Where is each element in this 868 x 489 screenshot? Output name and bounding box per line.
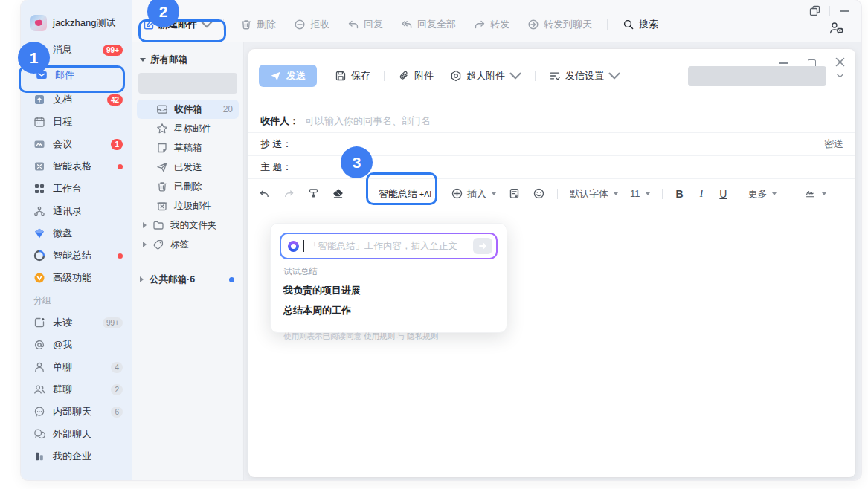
suggestion-item[interactable]: 总结本周的工作 [283, 304, 494, 317]
sidebar-item-external-chat[interactable]: 外部聊天 [21, 423, 132, 445]
ai-disclaimer: 使用则表示已阅读同意 使用规则 与 隐私规则 [283, 331, 494, 342]
delete-button[interactable]: 删除 [240, 18, 276, 31]
bcc-toggle[interactable]: 密送 [824, 137, 843, 151]
plus-circle-icon [451, 187, 463, 200]
font-size-select[interactable]: 11 [630, 188, 650, 199]
smart-summary-button[interactable]: 智能总结 +AI [374, 187, 436, 201]
folder-drafts[interactable]: 草稿箱 [132, 138, 243, 158]
more-menu[interactable]: 更多 [748, 187, 777, 201]
sidebar-item-direct-chat[interactable]: 单聊 4 [21, 356, 132, 378]
italic-button[interactable]: I [700, 188, 704, 200]
sidebar-item-smart-table[interactable]: 智能表格 [21, 155, 132, 178]
forward-button[interactable]: 转发 [474, 18, 509, 31]
search-button[interactable]: 搜索 [623, 18, 658, 31]
folder-public-mailboxes[interactable]: 公共邮箱·6 [132, 270, 243, 289]
workbench-icon [33, 183, 45, 195]
sent-icon [156, 161, 168, 173]
format-painter-button[interactable] [307, 187, 320, 200]
divider [535, 71, 536, 81]
sidebar-item-drive[interactable]: 微盘 [21, 222, 132, 244]
app-window: jackzhang测试 消息 99+ 邮件 文档 42 [21, 0, 861, 480]
reply-icon [347, 19, 359, 30]
trash-icon [156, 181, 168, 192]
folder-my-folders[interactable]: 我的文件夹 [132, 216, 243, 235]
font-family-select[interactable]: 默认字体 [570, 187, 618, 201]
divider [223, 19, 224, 30]
usage-rules-link[interactable]: 使用规则 [364, 331, 395, 340]
sidebar-item-smart-summary[interactable]: 智能总结 [21, 244, 132, 267]
sidebar-item-docs[interactable]: 文档 42 [21, 88, 132, 111]
folder-inbox[interactable]: 收件箱 20 [137, 100, 239, 119]
sidebar-item-calendar[interactable]: 日程 [21, 111, 132, 133]
block-icon [294, 19, 306, 30]
cc-field[interactable]: 抄 送： 密送 [248, 133, 855, 156]
insert-template-button[interactable] [508, 187, 521, 200]
underline-button[interactable]: U [719, 188, 727, 200]
compose-window: 发送 保存 附件 超大附件 发 [248, 49, 855, 477]
forward-chat-icon [527, 19, 539, 30]
ai-submit-button[interactable] [473, 238, 492, 254]
dropdown-triangle-icon [646, 192, 650, 195]
contact-card-button[interactable] [829, 21, 843, 35]
dropdown-triangle-icon [772, 192, 777, 195]
eraser-button[interactable] [332, 187, 344, 200]
from-account-selector[interactable] [688, 66, 826, 86]
minimize-icon[interactable] [839, 5, 850, 16]
forward-to-chat-button[interactable]: 转发到聊天 [527, 18, 592, 31]
docs-badge: 42 [107, 94, 123, 106]
to-input[interactable]: 可以输入你的同事名、部门名 [305, 114, 843, 128]
to-field[interactable]: 收件人： 可以输入你的同事名、部门名 [248, 110, 855, 133]
reply-button[interactable]: 回复 [347, 18, 383, 31]
signature-menu[interactable] [805, 187, 826, 200]
sidebar-item-meeting[interactable]: 会议 1 [21, 133, 132, 155]
meeting-icon [33, 138, 45, 150]
sidebar-item-unread[interactable]: 未读 99+ [21, 311, 132, 334]
subject-field[interactable]: 主 题： [248, 156, 855, 179]
folder-deleted[interactable]: 已删除 [132, 177, 243, 196]
reply-all-button[interactable]: 回复全部 [401, 18, 456, 31]
search-icon [623, 19, 634, 30]
privacy-rules-link[interactable]: 隐私规则 [407, 331, 438, 340]
compose-fields: 收件人： 可以输入你的同事名、部门名 抄 送： 密送 主 题： [248, 110, 855, 179]
red-dot-badge [118, 253, 123, 259]
emoji-button[interactable] [533, 187, 545, 200]
advanced-features-icon [33, 272, 45, 284]
sidebar-item-workbench[interactable]: 工作台 [21, 178, 132, 200]
all-mailboxes-header[interactable]: 所有邮箱 [132, 42, 243, 71]
sidebar-item-mentions[interactable]: @我 [21, 334, 132, 356]
bold-button[interactable]: B [676, 188, 684, 200]
reject-button[interactable]: 拒收 [294, 18, 329, 31]
account-header[interactable]: jackzhang测试 [21, 0, 132, 31]
insert-menu[interactable]: 插入 [451, 187, 496, 201]
screenshot-root: jackzhang测试 消息 99+ 邮件 文档 42 [0, 0, 868, 489]
send-settings-button[interactable]: 发信设置 [549, 69, 620, 82]
company-icon [33, 450, 45, 462]
multi-window-icon[interactable] [809, 5, 820, 16]
send-plane-icon [270, 71, 281, 82]
save-button[interactable]: 保存 [335, 69, 370, 82]
ai-prompt-input[interactable]: 「智能总结」工作内容，插入至正文 [281, 234, 497, 259]
sidebar-item-my-company[interactable]: 我的企业 [21, 445, 132, 467]
chevron-down-icon[interactable] [837, 74, 843, 78]
attachment-button[interactable]: 附件 [398, 69, 434, 82]
folder-junk[interactable]: 垃圾邮件 [132, 196, 243, 216]
sidebar-item-group-chat[interactable]: 群聊 2 [21, 378, 132, 401]
send-button[interactable]: 发送 [259, 65, 317, 87]
chevron-down-icon [509, 70, 521, 82]
sidebar-item-contacts[interactable]: 通讯录 [21, 200, 132, 222]
sidebar-item-internal-chat[interactable]: 内部聊天 6 [21, 401, 132, 423]
undo-button[interactable] [258, 187, 271, 200]
sidebar-item-advanced[interactable]: 高级功能 [21, 267, 132, 289]
folder-sent[interactable]: 已发送 [132, 158, 243, 177]
text-cursor [303, 240, 305, 252]
suggestion-item[interactable]: 我负责的项目进展 [283, 284, 494, 297]
forward-icon [474, 19, 486, 30]
large-attachment-button[interactable]: 超大附件 [450, 69, 521, 82]
meeting-badge: 1 [111, 139, 123, 150]
folder-starred[interactable]: 星标邮件 [132, 119, 243, 138]
folder-tags[interactable]: 标签 [132, 235, 243, 254]
group-chat-badge: 2 [111, 384, 123, 395]
redo-button[interactable] [283, 187, 295, 200]
junk-icon [156, 200, 168, 212]
ai-swirl-icon [288, 241, 299, 252]
